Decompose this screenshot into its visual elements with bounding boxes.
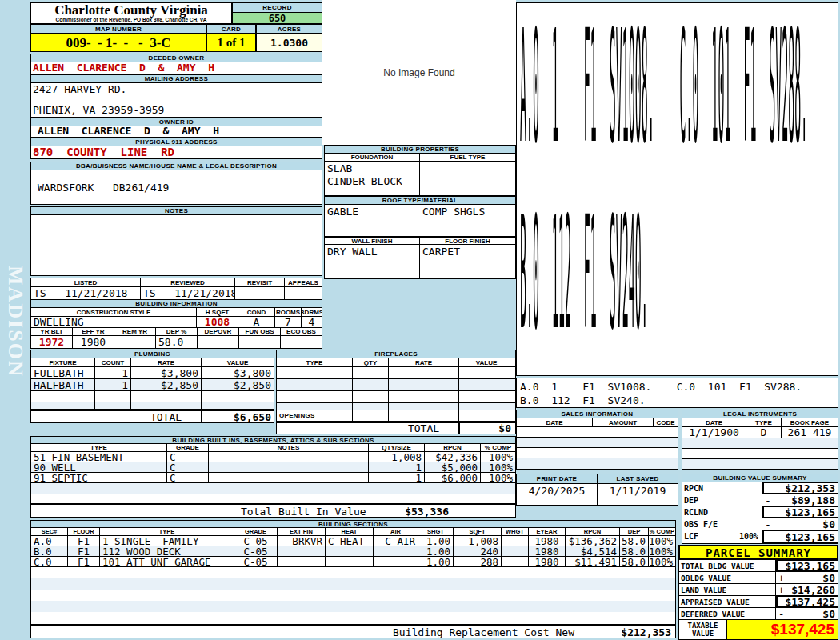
bs-air [374,546,418,556]
built-ins-section: BUILDING BUILT INS, BASEMENTS, ATTICS & … [30,436,516,518]
bi-qty: 1 [369,462,425,472]
building-section-row[interactable]: A.0 F1 1 SINGLE FAMILY C-05 BRKVR C-HEAT… [31,536,675,546]
owner-id-value[interactable]: ALLEN CLARENCE D & AMY H [30,126,322,138]
ps-obldg-amount: $0 [822,572,835,583]
county-subtitle: Commissioner of the Revenue, PO Box 308,… [31,17,231,22]
bs-eyear-header: EYEAR [529,528,566,535]
ps-appraised-value: $137,425 [776,595,838,608]
map-number-value[interactable]: 009- - 1- - - 3-C [30,34,206,52]
fp-rate-header: RATE [389,358,459,366]
listed-value[interactable]: TS 11/21/2018 [31,287,141,299]
ecoobs-value[interactable] [281,336,322,348]
physical-911-value[interactable]: 870 COUNTY LINE RD [30,146,322,159]
ps-totalbldg-value: $123,165 [776,559,838,572]
floor-finish-value[interactable]: CARPET [420,245,515,278]
building-section-row[interactable]: C.0 F1 101 ATT UNF GARAGE C-05 1.00 288 … [31,557,675,567]
ps-deferred-amount: $0 [822,608,835,619]
legal-instrument-row[interactable]: 1/1/1900 D 261 419 [682,427,838,438]
reviewed-header: REVIEWED [141,278,235,286]
bs-extfin [278,546,326,556]
bdrms-value[interactable]: 4 [302,317,322,327]
foundation-value[interactable]: SLAB CINDER BLOCK [325,162,420,195]
deeded-owner-value[interactable]: ALLEN CLARENCE D & AMY H [30,62,322,74]
plumbing-value: $3,800 [202,367,274,378]
bs-eyear: 1980 [529,536,566,546]
bi-rpcn: $5,000 [425,462,481,472]
rooms-header: ROOMS [275,308,302,316]
ps-obldg-value: + $0 [776,572,838,583]
county-title-box: Charlotte County Virginia Commissioner o… [30,2,232,24]
roof-header: ROOF TYPE/MATERIAL [325,196,515,205]
vs-lcf-value: $123,165 [762,530,838,544]
record-value[interactable]: 650 [232,13,322,24]
built-ins-row[interactable]: 91 SEPTIC C 1 $6,000 100% [31,473,515,483]
bi-comp-header: % COMP [481,444,515,451]
bs-dep: 58.0 [620,536,649,546]
plumbing-row[interactable]: FULLBATH 1 $3,800 $3,800 [31,367,274,379]
card-value[interactable]: 1 of 1 [206,34,256,52]
funobs-value[interactable] [239,336,281,348]
appeals-value[interactable] [285,287,322,299]
dba-legal-value[interactable]: WARDSFORK DB261/419 [30,170,322,205]
roof-type-value[interactable]: GABLE [325,205,361,236]
built-ins-row[interactable]: 90 WELL C 1 $5,000 100% [31,462,515,473]
bi-qty-header: QTY/SIZE [369,444,425,451]
bs-grade: C-05 [234,546,278,556]
roof-material-value[interactable]: COMP SHGLS [422,206,485,218]
fuel-type-value[interactable] [420,162,515,195]
remyr-value[interactable] [114,336,156,348]
foundation-header: FOUNDATION [325,154,420,161]
fireplaces-total-row: TOTAL $0 [277,422,515,434]
hsqft-value[interactable]: 1008 [197,317,238,327]
fp-value-header: VALUE [459,358,514,366]
bs-whgt [502,536,529,546]
ps-row-appraised: APPRAISED VALUE $137,425 [679,596,838,608]
plumbing-fixture: HALFBATH [31,379,95,390]
notes-box[interactable] [30,215,322,276]
acres-value[interactable]: 1.0300 [256,34,322,52]
reviewed-value[interactable]: TS 11/21/2018 [141,287,235,299]
depovr-header: DEPOVR [198,328,239,335]
vs-rclnd-value: $123,165 [762,506,838,518]
legal-instruments-header: LEGAL INSTRUMENTS [682,410,838,418]
revisit-header: REVISIT [235,278,285,286]
last-saved-header: LAST SAVED [598,474,678,484]
foundation-line1: SLAB [327,162,352,175]
sketch-panel[interactable]: A.0 1 F1 SV1008. C.0 101 F1 SV288. B.0 1… [516,2,838,376]
fireplaces-openings-row[interactable]: OPENINGS [277,410,515,422]
dep-value[interactable]: 58.0 [156,336,198,348]
rooms-value[interactable]: 7 [275,317,302,327]
bi-notes [209,462,369,472]
legal-empty-row [682,438,838,449]
mailing-address-line1: 2427 HARVEY RD. [33,84,320,95]
mailing-address-box[interactable]: 2427 HARVEY RD. PHENIX, VA 23959-3959 [30,83,322,118]
rate-header: RATE [131,358,202,366]
bi-rpcn: $6,000 [425,473,481,482]
building-section-row[interactable]: B.0 F1 112 WOOD DECK C-05 1.00 240 1980 … [31,546,675,557]
vs-lcf-text: LCF [684,532,698,543]
built-ins-empty-row [31,483,515,494]
depovr-value[interactable] [198,336,239,348]
revisit-value[interactable] [235,287,285,299]
vs-rpcn-value: $212,353 [762,482,838,494]
sales-empty-row [517,438,678,448]
legal-bookpage-header: BOOK PAGE [782,418,838,426]
vs-obs-amount: $0 [822,518,835,530]
building-information-header: BUILDING INFORMATION [30,299,322,308]
building-value-summary-section: BUILDING VALUE SUMMARY RPCN $212,353 DEP… [682,474,838,544]
cond-value[interactable]: A [238,317,275,327]
vs-dep-op: - [765,494,771,506]
built-ins-row[interactable]: 51 FIN BASEMENT C 1,008 $42,336 100% [31,452,515,462]
vs-row-rpcn: RPCN $212,353 [682,482,838,494]
plumbing-row[interactable]: HALFBATH 1 $2,850 $2,850 [31,379,274,391]
print-date-value: 4/20/2025 [517,484,598,505]
effyr-value[interactable]: 1980 [73,336,114,348]
ps-deferred-label: DEFERRED VALUE [679,608,776,619]
yrblt-value[interactable]: 1972 [31,336,73,348]
ps-appraised-label: APPRAISED VALUE [679,596,776,607]
legal-instruments-section: LEGAL INSTRUMENTS DATE TYPE BOOK PAGE 1/… [682,410,838,470]
construction-style-value[interactable]: DWELLING [31,317,197,327]
bs-floor: F1 [68,557,100,566]
wall-finish-value[interactable]: DRY WALL [325,245,420,278]
bs-sqft: 288 [454,557,502,566]
